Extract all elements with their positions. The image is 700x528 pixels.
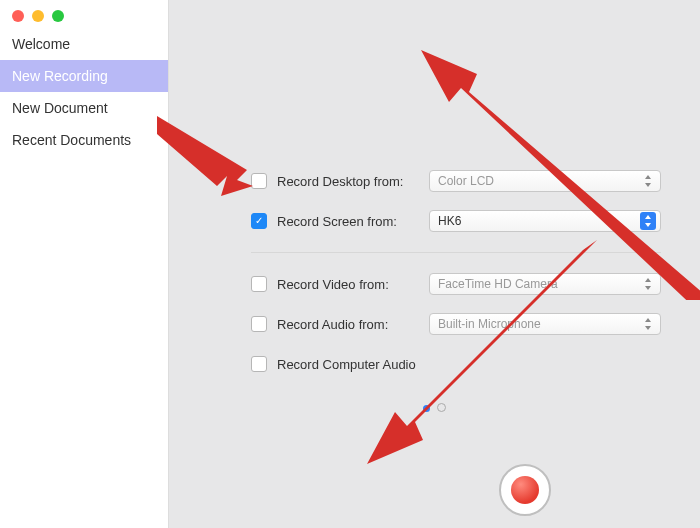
- minimize-icon[interactable]: [32, 10, 44, 22]
- select-video-value: FaceTime HD Camera: [438, 277, 558, 291]
- page-indicator[interactable]: [169, 403, 700, 414]
- select-screen-value: HK6: [438, 214, 461, 228]
- sidebar-item-recent-documents[interactable]: Recent Documents: [0, 124, 168, 156]
- page-dot-1[interactable]: [423, 405, 430, 412]
- svg-marker-0: [157, 116, 253, 196]
- close-icon[interactable]: [12, 10, 24, 22]
- row-record-screen: ✓ Record Screen from: HK6: [251, 210, 661, 232]
- zoom-icon[interactable]: [52, 10, 64, 22]
- row-record-audio: Record Audio from: Built-in Microphone: [251, 313, 661, 335]
- chevron-updown-icon: [640, 172, 656, 190]
- preferences-window: Welcome New Recording New Document Recen…: [0, 0, 700, 528]
- select-video-source[interactable]: FaceTime HD Camera: [429, 273, 661, 295]
- select-audio-value: Built-in Microphone: [438, 317, 541, 331]
- sidebar: Welcome New Recording New Document Recen…: [0, 0, 169, 528]
- label-record-computer-audio: Record Computer Audio: [277, 357, 416, 372]
- checkbox-record-desktop[interactable]: [251, 173, 267, 189]
- label-record-audio: Record Audio from:: [277, 317, 419, 332]
- row-record-video: Record Video from: FaceTime HD Camera: [251, 273, 661, 295]
- chevron-updown-icon: [640, 275, 656, 293]
- select-desktop-value: Color LCD: [438, 174, 494, 188]
- page-dot-2[interactable]: [437, 403, 446, 412]
- sidebar-item-welcome[interactable]: Welcome: [0, 28, 168, 60]
- label-record-desktop: Record Desktop from:: [277, 174, 419, 189]
- recording-options-form: Record Desktop from: Color LCD ✓ Record …: [251, 170, 661, 375]
- sidebar-item-new-recording[interactable]: New Recording: [0, 60, 168, 92]
- row-record-desktop: Record Desktop from: Color LCD: [251, 170, 661, 192]
- divider: [251, 252, 661, 253]
- checkbox-record-audio[interactable]: [251, 316, 267, 332]
- checkbox-record-screen[interactable]: ✓: [251, 213, 267, 229]
- row-record-computer-audio: Record Computer Audio: [251, 353, 661, 375]
- select-screen-source[interactable]: HK6: [429, 210, 661, 232]
- sidebar-item-new-document[interactable]: New Document: [0, 92, 168, 124]
- select-audio-source[interactable]: Built-in Microphone: [429, 313, 661, 335]
- checkbox-record-video[interactable]: [251, 276, 267, 292]
- select-desktop-source[interactable]: Color LCD: [429, 170, 661, 192]
- record-icon: [511, 476, 539, 504]
- window-controls: [0, 0, 168, 28]
- label-record-video: Record Video from:: [277, 277, 419, 292]
- checkbox-record-computer-audio[interactable]: [251, 356, 267, 372]
- chevron-updown-icon: [640, 315, 656, 333]
- chevron-updown-icon: [640, 212, 656, 230]
- record-button[interactable]: [499, 464, 551, 516]
- label-record-screen: Record Screen from:: [277, 214, 419, 229]
- main-panel: Record Desktop from: Color LCD ✓ Record …: [169, 0, 700, 528]
